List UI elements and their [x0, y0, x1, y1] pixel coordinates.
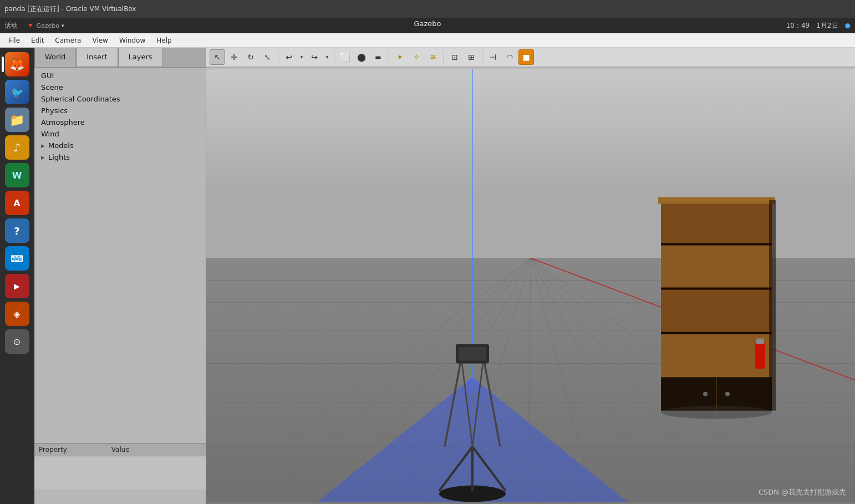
svg-line-20	[531, 258, 855, 502]
sep3	[389, 50, 389, 64]
tree-spherical[interactable]: Spherical Coordinates	[34, 93, 206, 105]
dock-help[interactable]: ?	[5, 218, 29, 243]
tool-m2[interactable]: ⊞	[464, 49, 479, 65]
svg-line-31	[439, 378, 472, 502]
dock-firefox[interactable]: 🦊	[5, 52, 29, 77]
svg-line-24	[323, 378, 472, 502]
svg-line-28	[389, 378, 472, 502]
menu-help[interactable]: Help	[152, 35, 176, 45]
menu-view[interactable]: View	[88, 35, 112, 45]
dock-libreoffice[interactable]: W	[5, 163, 29, 187]
menu-camera[interactable]: Camera	[50, 35, 85, 45]
tool-pointlight[interactable]: ✦	[392, 49, 408, 65]
svg-line-19	[531, 258, 794, 502]
dock-terminal[interactable]: ▶	[5, 274, 29, 298]
sep2	[334, 50, 334, 64]
tree-atmosphere-label: Atmosphere	[41, 118, 85, 126]
tree-physics-label: Physics	[41, 106, 68, 115]
svg-line-50	[472, 358, 484, 447]
tool-sphere[interactable]: ⬤	[354, 49, 369, 65]
tree-atmosphere[interactable]: Atmosphere	[34, 116, 206, 128]
tool-translate[interactable]: ✛	[226, 49, 242, 65]
svg-point-65	[703, 392, 708, 396]
svg-line-27	[373, 378, 472, 502]
svg-rect-69	[769, 200, 776, 411]
titlebar-text: panda [正在运行] - Oracle VM VirtualBox	[4, 4, 136, 14]
svg-line-10	[206, 258, 531, 502]
tree-wind[interactable]: Wind	[34, 128, 206, 140]
sep1	[278, 50, 278, 64]
tree-gui-label: GUI	[41, 72, 54, 80]
svg-line-13	[395, 258, 531, 502]
tool-m1[interactable]: ⊡	[447, 49, 462, 65]
app-indicator[interactable]: 🔻 Gazebo ▾	[27, 22, 64, 29]
props-header: Property Value	[34, 444, 206, 456]
tool-undo-arrow[interactable]: ▾	[298, 49, 306, 65]
tool-box[interactable]: ⬜	[337, 49, 353, 65]
titlebar: panda [正在运行] - Oracle VM VirtualBox	[0, 0, 855, 18]
properties-panel: Property Value	[34, 443, 206, 504]
svg-line-32	[456, 378, 472, 502]
svg-line-35	[472, 378, 511, 502]
svg-marker-23	[317, 378, 628, 502]
scene-svg	[206, 68, 855, 504]
tab-layers[interactable]: Layers	[118, 48, 163, 67]
sep4	[444, 50, 444, 64]
dock-rhythmbox[interactable]: ♪	[5, 135, 29, 160]
dock-disc[interactable]: ⊙	[5, 329, 29, 354]
dock-files[interactable]: 📁	[5, 108, 29, 132]
toolbar: ↖ ✛ ↻ ⤡ ↩ ▾ ↪ ▾ ⬜ ⬤ ▬ ✦ ✧ ≋ ⊡ ⊞ ⊣ ◠ ■	[206, 48, 855, 68]
status-indicator: ●	[845, 22, 851, 29]
tool-spotlight[interactable]: ✧	[409, 49, 424, 65]
dock-appstore[interactable]: A	[5, 191, 29, 215]
svg-line-14	[461, 258, 531, 502]
svg-line-37	[472, 378, 544, 502]
tree-physics[interactable]: Physics	[34, 105, 206, 116]
svg-rect-51	[456, 344, 489, 364]
tool-redo-arrow[interactable]: ▾	[323, 49, 331, 65]
menu-file[interactable]: File	[4, 35, 24, 45]
tool-cylinder[interactable]: ▬	[370, 49, 386, 65]
tool-link[interactable]: ◠	[502, 49, 517, 65]
svg-line-26	[356, 378, 472, 502]
tree-models-label: Models	[48, 141, 74, 150]
menu-edit[interactable]: Edit	[27, 35, 48, 45]
svg-line-29	[406, 378, 472, 502]
gazebo-panel: World Insert Layers GUI Scene Spherical …	[34, 48, 206, 504]
tree-scene[interactable]: Scene	[34, 82, 206, 93]
svg-line-34	[472, 378, 495, 502]
tool-scale[interactable]: ⤡	[259, 49, 275, 65]
dock-vscode[interactable]: ⌨	[5, 246, 29, 271]
tree-lights[interactable]: Lights	[34, 151, 206, 163]
svg-line-49	[461, 358, 472, 447]
menu-window[interactable]: Window	[115, 35, 150, 45]
tree-models[interactable]: Models	[34, 140, 206, 151]
svg-rect-58	[661, 333, 772, 378]
svg-line-18	[531, 258, 727, 502]
panel-spacer	[34, 258, 206, 444]
activities-btn[interactable]: 活动	[4, 21, 18, 30]
canvas-3d[interactable]: CSDN @我先去打把游戏先	[206, 68, 855, 504]
tree-gui[interactable]: GUI	[34, 70, 206, 82]
props-col-property: Property	[39, 446, 67, 454]
svg-line-16	[531, 258, 594, 502]
svg-point-43	[439, 486, 506, 502]
svg-line-41	[472, 378, 611, 502]
tab-insert[interactable]: Insert	[76, 48, 118, 67]
svg-rect-62	[658, 197, 775, 204]
tool-rotate[interactable]: ↻	[243, 49, 258, 65]
tool-dirlight[interactable]: ≋	[425, 49, 441, 65]
svg-rect-54	[661, 200, 772, 411]
svg-rect-63	[661, 378, 772, 411]
svg-line-15	[528, 258, 531, 502]
dock-thunderbird[interactable]: 🐦	[5, 80, 29, 104]
dock-layers-app[interactable]: ◈	[5, 302, 29, 326]
tool-orange[interactable]: ■	[518, 49, 534, 65]
panel-tabs: World Insert Layers	[34, 48, 206, 68]
tool-redo[interactable]: ↪	[307, 49, 322, 65]
svg-line-47	[445, 358, 461, 447]
tool-undo[interactable]: ↩	[281, 49, 297, 65]
tab-world[interactable]: World	[34, 48, 76, 67]
tool-select[interactable]: ↖	[210, 49, 225, 65]
tool-snap[interactable]: ⊣	[485, 49, 501, 65]
